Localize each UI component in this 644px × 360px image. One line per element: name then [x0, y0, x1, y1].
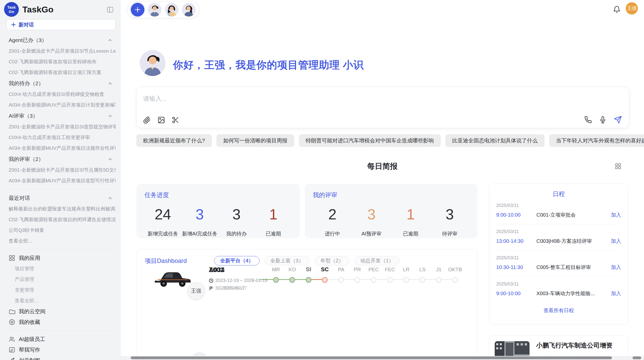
recent-chat-item[interactable]: 公司Q3轻卡销量: [9, 225, 116, 236]
sidebar-task-item[interactable]: C0X4-动力总成开发项目SI里程碑提交物检查: [9, 89, 116, 100]
voice-call-icon[interactable]: [584, 116, 592, 124]
milestone-dot[interactable]: [387, 277, 393, 283]
secondary-scrollbar-thumb[interactable]: [633, 356, 641, 359]
section-header[interactable]: AI评审（3）: [9, 110, 116, 122]
new-chat-button[interactable]: 新对话: [7, 19, 115, 30]
my-apps-label: 我的应用: [19, 254, 40, 262]
suggestion-chip[interactable]: 比亚迪全固态电池计划具体说了什么: [445, 134, 545, 147]
section-items: C0X4-动力总成开发项目SI里程碑提交物检查A034-全新新能源MUV产品开发…: [9, 89, 116, 110]
milestone-dot[interactable]: [436, 277, 442, 283]
send-icon[interactable]: [614, 116, 622, 124]
sidebar-task-item[interactable]: C0X4-动力总成开发项目工程变更评审: [9, 132, 116, 143]
section-header[interactable]: 我的待办（2）: [9, 78, 116, 89]
sidebar-task-item[interactable]: A034-全新新能源MUV产品开发项目计划变更表编写: [9, 100, 116, 110]
stat-label: 待评审: [430, 230, 469, 237]
sidebar-item-favorites[interactable]: 我的收藏: [9, 317, 116, 327]
stat-label: AI预评审: [352, 230, 391, 237]
dashboard-tab[interactable]: 全新上装（3）: [265, 256, 310, 265]
milestone-dot[interactable]: [273, 277, 279, 283]
insert-image-icon[interactable]: [157, 116, 165, 124]
sidebar-section: AI评审（3） Z001-全新燃油轻卡产品开发项目SI造型提交物评审C0X4-动…: [9, 110, 116, 154]
sidebar-task-item[interactable]: A034-全新新能源MUV产品开发项目造型可行性评审: [9, 175, 116, 186]
milestone: LR: [398, 266, 414, 301]
user-avatar[interactable]: 王强: [626, 2, 638, 14]
milestone-dot[interactable]: [420, 277, 425, 283]
collapse-sidebar-icon[interactable]: [107, 6, 114, 13]
agent-avatar[interactable]: [165, 3, 179, 17]
milestone: OKTB: [447, 266, 463, 301]
app-item[interactable]: 变更管理: [9, 285, 116, 295]
join-meeting-link[interactable]: 加入: [611, 238, 621, 245]
section-header[interactable]: Agent已办（3）: [9, 35, 116, 46]
view-all-schedule-link[interactable]: 查看所有日程: [496, 307, 621, 314]
dashboard-tab[interactable]: 年型（2）: [315, 256, 349, 265]
add-session-button[interactable]: [131, 3, 144, 17]
apps-view-all[interactable]: 查看全部...: [9, 295, 116, 306]
milestone-dot[interactable]: [371, 277, 376, 283]
project-row[interactable]: 王强 A034 2023-12-19 ~ 2026-01-19 SC-2025-…: [153, 265, 471, 301]
sidebar-item-creative-draw[interactable]: 创意制图: [9, 355, 116, 360]
recent-chats-header[interactable]: 最近对话: [9, 192, 116, 204]
milestone-dot[interactable]: [289, 277, 295, 283]
milestone-dot[interactable]: [452, 277, 458, 283]
suggestion-chips: 欧洲新规最近颁布了什么?如何写一份清晰的项目周报特朗普可能对进口汽车增税会对中国…: [136, 134, 644, 147]
notification-bell-icon[interactable]: [613, 6, 621, 13]
milestone-label: SC: [317, 266, 333, 273]
sidebar-item-ai-staff[interactable]: AI超级员工: [9, 334, 116, 344]
attach-file-icon[interactable]: [143, 116, 151, 124]
milestone-dot[interactable]: [403, 277, 409, 283]
agent-avatar[interactable]: [148, 3, 162, 17]
project-owner-badge: 王强: [187, 282, 205, 299]
suggestion-chip[interactable]: 如何写一份清晰的项目周报: [216, 134, 294, 147]
milestone-label: PR: [349, 266, 365, 273]
sidebar-item-help-write[interactable]: 帮我写作: [9, 344, 116, 355]
milestone-dot[interactable]: [355, 277, 360, 283]
suggestion-chip[interactable]: 欧洲新规最近颁布了什么?: [136, 134, 212, 147]
join-meeting-link[interactable]: 加入: [611, 212, 621, 218]
cloud-space-label: 我的云空间: [19, 308, 46, 315]
project-flag-date: SC-2025-05-17: [215, 286, 247, 291]
section-header[interactable]: 我的评审（2）: [9, 154, 116, 165]
join-meeting-link[interactable]: 加入: [611, 290, 621, 297]
sidebar-task-item[interactable]: C02-飞腾新能源轻客改款项目里程碑画布: [9, 56, 116, 67]
join-meeting-link[interactable]: 加入: [611, 264, 621, 271]
suggestion-chip[interactable]: 特朗普可能对进口汽车增税会对中国车企造成哪些影响: [299, 134, 441, 147]
milestone-dot[interactable]: [306, 277, 311, 283]
horizontal-scrollbar-thumb[interactable]: [131, 356, 612, 359]
milestone: SI: [300, 266, 317, 301]
sidebar-item-my-apps[interactable]: 我的应用: [9, 253, 116, 263]
app-item[interactable]: 项目管理: [9, 263, 116, 274]
card-title: 任务进度: [144, 191, 292, 199]
milestone-label: OKTB: [447, 266, 463, 273]
screenshot-scissors-icon[interactable]: [172, 116, 179, 124]
dashboard-tab[interactable]: 全新平台（4）: [214, 256, 259, 265]
stat: 1 已逾期: [255, 206, 292, 237]
agent-avatar[interactable]: [182, 3, 196, 17]
sidebar-task-item[interactable]: A034-全新新能源MUV产品开发项目法规符合性评审: [9, 143, 116, 154]
horizontal-scrollbar-track[interactable]: [121, 356, 644, 360]
main-area: 王强 你好，王强，我是你的项目管理助理 小识 欧洲新规最近颁布了什么?如何写一份…: [121, 0, 644, 360]
microphone-icon[interactable]: [599, 116, 607, 124]
milestone-dot[interactable]: [322, 277, 328, 283]
sidebar-task-item[interactable]: Z001-全新燃油轻卡产品开发项目SI节点属性5D文件评审: [9, 165, 116, 175]
sidebar-task-item[interactable]: C02-飞腾新能源轻客改款项目立项汇报方案: [9, 67, 116, 78]
divider: [9, 331, 113, 331]
milestone-label: PEC: [365, 266, 382, 273]
recent-chat-item[interactable]: C02-飞腾新能源轻客改款项目的闭环通告反馈情况: [9, 214, 116, 225]
chevron-up-icon: [108, 196, 113, 201]
meeting-title: X003-车辆动力学性能验...: [536, 290, 611, 297]
sidebar-task-item[interactable]: Z001-全新燃油皮卡产品开发项目SI节点Lesson Learn报告: [9, 46, 116, 56]
recent-view-all[interactable]: 查看全部...: [9, 236, 116, 246]
sidebar-item-cloud-space[interactable]: 我的云空间: [9, 306, 116, 317]
suggestion-chip[interactable]: 当下年轻人对汽车外观有怎样的喜好趋势: [549, 134, 644, 147]
logo-text-top: Task: [7, 5, 16, 9]
stat-value: 3: [181, 206, 218, 223]
sidebar-task-item[interactable]: Z001-全新燃油轻卡产品开发项目SI造型提交物评审: [9, 122, 116, 132]
dashboard-tab[interactable]: 动总开发（1）: [355, 256, 400, 265]
milestone-dot[interactable]: [338, 277, 344, 283]
recent-chat-item[interactable]: 解释最新出台的欧盟报废车法规再生塑料比例被调至15%...: [9, 204, 116, 214]
dashboard-tabs: 全新平台（4）全新上装（3）年型（2）动总开发（1）: [214, 256, 400, 265]
layout-grid-icon[interactable]: [615, 163, 621, 170]
chat-input[interactable]: [143, 93, 622, 105]
app-item[interactable]: 产品管理: [9, 274, 116, 285]
